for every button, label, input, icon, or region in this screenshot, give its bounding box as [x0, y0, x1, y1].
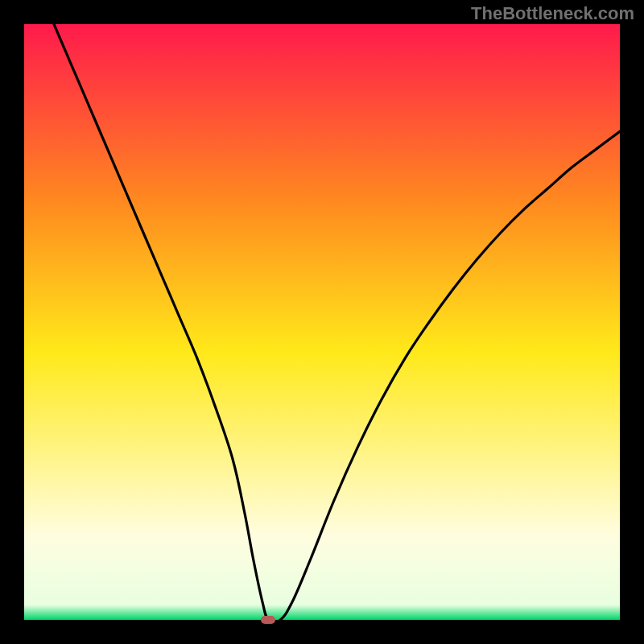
watermark-text: TheBottleneck.com: [471, 3, 634, 24]
chart-plot: [24, 24, 620, 620]
bottleneck-marker: [261, 616, 275, 624]
chart-frame: TheBottleneck.com: [0, 0, 644, 644]
chart-svg: [24, 24, 620, 620]
